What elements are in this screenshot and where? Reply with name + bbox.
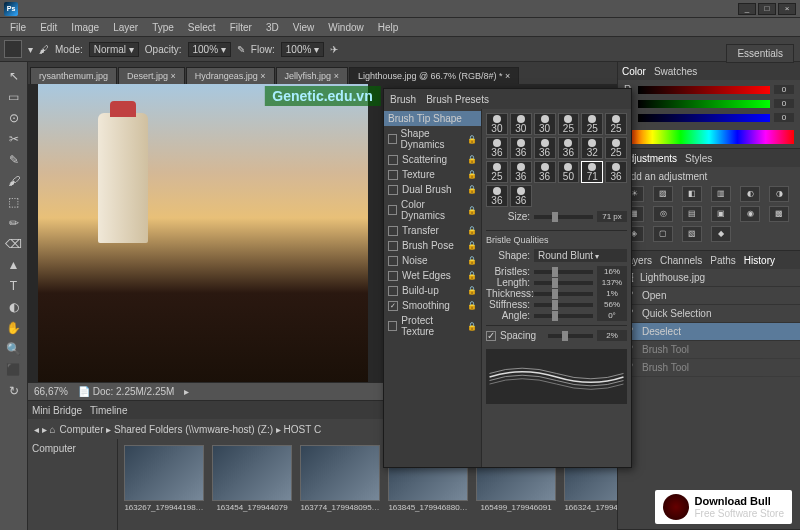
tool-2[interactable]: ⊙ (3, 108, 25, 128)
adjustment-icon[interactable]: ◐ (740, 186, 760, 202)
brush-preset-picker[interactable] (4, 40, 22, 58)
adjustment-icon[interactable]: ◑ (769, 186, 789, 202)
brush-tab[interactable]: Brush (390, 94, 416, 105)
menu-view[interactable]: View (287, 20, 321, 35)
panel-tab[interactable]: Swatches (654, 66, 697, 77)
history-source[interactable]: 🖼Lighthouse.jpg (618, 269, 800, 287)
mb-tab[interactable]: Mini Bridge (32, 405, 82, 416)
tool-1[interactable]: ▭ (3, 87, 25, 107)
history-state[interactable]: 🖌Open (618, 287, 800, 305)
menu-3d[interactable]: 3D (260, 20, 285, 35)
thumbnail[interactable]: 163454_179944079 (212, 445, 292, 524)
tool-0[interactable]: ↖ (3, 66, 25, 86)
panel-tab[interactable]: History (744, 255, 775, 266)
thumbnail[interactable]: 163267_179944198… (124, 445, 204, 524)
adjustment-icon[interactable]: ◆ (711, 226, 731, 242)
brush-option[interactable]: Scattering🔒 (384, 152, 481, 167)
brush-tip[interactable]: 71 (581, 161, 603, 183)
mini-bridge-sidebar[interactable]: Computer (28, 439, 118, 530)
tool-8[interactable]: ⌫ (3, 234, 25, 254)
close-button[interactable]: × (778, 3, 796, 15)
menu-image[interactable]: Image (65, 20, 105, 35)
adjustment-icon[interactable]: ▤ (682, 206, 702, 222)
tool-4[interactable]: ✎ (3, 150, 25, 170)
document-tab[interactable]: Jellyfish.jpg × (276, 67, 348, 84)
brush-option[interactable]: Color Dynamics🔒 (384, 197, 481, 223)
minimize-button[interactable]: _ (738, 3, 756, 15)
brush-tab[interactable]: Brush Presets (426, 94, 489, 105)
brush-tip[interactable]: 36 (510, 185, 532, 207)
g-slider[interactable] (638, 100, 770, 108)
panel-tab[interactable]: Color (622, 66, 646, 77)
zoom-level[interactable]: 66,67% (34, 386, 68, 397)
panel-tab[interactable]: Paths (710, 255, 736, 266)
adjustment-icon[interactable]: ▩ (769, 206, 789, 222)
workspace-switcher[interactable]: Essentials (726, 44, 794, 63)
tool-13[interactable]: 🔍 (3, 339, 25, 359)
history-state[interactable]: 🖌Brush Tool (618, 341, 800, 359)
brush-tip[interactable]: 25 (605, 113, 627, 135)
adjustment-icon[interactable]: ▢ (653, 226, 673, 242)
brush-tip[interactable]: 25 (581, 113, 603, 135)
brush-option[interactable]: Wet Edges🔒 (384, 268, 481, 283)
brush-option[interactable]: Transfer🔒 (384, 223, 481, 238)
brush-tip[interactable]: 36 (534, 137, 556, 159)
tool-11[interactable]: ◐ (3, 297, 25, 317)
panel-tab[interactable]: Styles (685, 153, 712, 164)
brush-option[interactable]: Protect Texture🔒 (384, 313, 481, 339)
tool-7[interactable]: ✏ (3, 213, 25, 233)
brush-tip[interactable]: 36 (605, 161, 627, 183)
adjustment-icon[interactable]: ◉ (740, 206, 760, 222)
adjustment-icon[interactable]: ◧ (682, 186, 702, 202)
brush-tip[interactable]: 25 (558, 113, 580, 135)
tool-12[interactable]: ✋ (3, 318, 25, 338)
tool-3[interactable]: ✂ (3, 129, 25, 149)
tool-9[interactable]: ▲ (3, 255, 25, 275)
document-tab[interactable]: Lighthouse.jpg @ 66.7% (RGB/8#) * × (349, 67, 519, 84)
shape-select[interactable]: Round Blunt ▾ (534, 249, 627, 262)
adjustment-icon[interactable]: ▨ (653, 186, 673, 202)
brush-tip[interactable]: 36 (558, 137, 580, 159)
history-state[interactable]: 🖌Deselect (618, 323, 800, 341)
maximize-button[interactable]: □ (758, 3, 776, 15)
airbrush-icon[interactable]: ✈ (330, 44, 338, 55)
brush-tip[interactable]: 36 (510, 137, 532, 159)
brush-tip[interactable]: 36 (534, 161, 556, 183)
adjustment-icon[interactable]: ▣ (711, 206, 731, 222)
r-slider[interactable] (638, 86, 770, 94)
size-slider[interactable] (534, 215, 593, 219)
brush-tip[interactable]: 30 (510, 113, 532, 135)
pressure-icon[interactable]: ✎ (237, 44, 245, 55)
adjustment-icon[interactable]: ▥ (711, 186, 731, 202)
tool-5[interactable]: 🖌 (3, 171, 25, 191)
spacing-slider[interactable] (548, 334, 593, 338)
tool-15[interactable]: ↻ (3, 381, 25, 401)
document-tab[interactable]: rysanthemum.jpg (30, 67, 117, 84)
brush-option[interactable]: ✓Smoothing🔒 (384, 298, 481, 313)
brush-tip[interactable]: 25 (605, 137, 627, 159)
tool-6[interactable]: ⬚ (3, 192, 25, 212)
brush-tip[interactable]: 25 (486, 161, 508, 183)
brush-option[interactable]: Shape Dynamics🔒 (384, 126, 481, 152)
brush-option[interactable]: Dual Brush🔒 (384, 182, 481, 197)
brush-tip[interactable]: 36 (510, 161, 532, 183)
color-spectrum[interactable] (624, 130, 794, 144)
document-tab[interactable]: Hydrangeas.jpg × (186, 67, 275, 84)
tool-14[interactable]: ⬛ (3, 360, 25, 380)
adjustment-icon[interactable]: ▧ (682, 226, 702, 242)
document-tab[interactable]: Desert.jpg × (118, 67, 185, 84)
brush-option[interactable]: Texture🔒 (384, 167, 481, 182)
brush-option[interactable]: Noise🔒 (384, 253, 481, 268)
thumbnail[interactable]: 163774_179948095… (300, 445, 380, 524)
menu-window[interactable]: Window (322, 20, 370, 35)
b-slider[interactable] (638, 114, 770, 122)
brush-option[interactable]: Build-up🔒 (384, 283, 481, 298)
menu-help[interactable]: Help (372, 20, 405, 35)
history-state[interactable]: 🖌Brush Tool (618, 359, 800, 377)
brush-option[interactable]: Brush Tip Shape (384, 111, 481, 126)
brush-option[interactable]: Brush Pose🔒 (384, 238, 481, 253)
menu-layer[interactable]: Layer (107, 20, 144, 35)
brush-tip[interactable]: 36 (486, 137, 508, 159)
menu-select[interactable]: Select (182, 20, 222, 35)
menu-filter[interactable]: Filter (224, 20, 258, 35)
